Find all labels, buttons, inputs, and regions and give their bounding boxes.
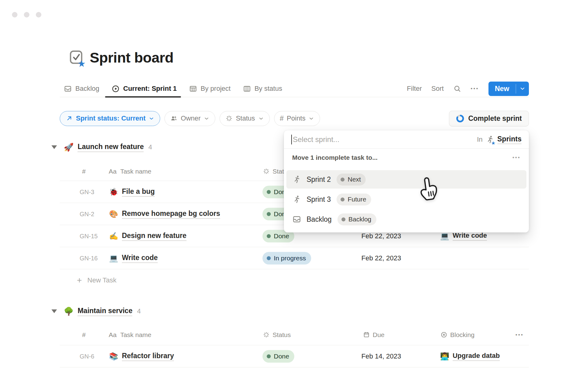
group-emoji: 🌳 (64, 307, 74, 316)
more-button[interactable]: ••• (471, 86, 479, 92)
status-dot-icon (341, 197, 345, 201)
option-sprint-3[interactable]: Sprint 3 Future (286, 190, 526, 209)
column-options-button[interactable]: ••• (515, 332, 524, 338)
complete-sprint-button[interactable]: Complete sprint (449, 111, 529, 126)
task-emoji: ✍️ (109, 232, 118, 240)
sprint-status-badge: Future (337, 194, 371, 205)
column-header-id[interactable]: # (82, 168, 86, 175)
option-sprint-2[interactable]: Sprint 2 Next (286, 170, 526, 189)
text-type-icon: Aa (109, 168, 117, 175)
status-dot-icon (267, 256, 271, 260)
column-header-task-name[interactable]: Aa Task name (109, 168, 151, 175)
text-type-icon: Aa (109, 331, 117, 339)
sprint-options: Sprint 2 Next Sprint 3 Future Backlog Ba… (284, 167, 529, 232)
runner-star-icon: ★ (485, 135, 495, 144)
sprint-status-chip[interactable]: Sprint status: Current (60, 111, 160, 126)
task-name-link[interactable]: 🎨 Remove homepage bg colors (109, 209, 220, 219)
tab-label: Backlog (75, 85, 99, 93)
view-toolbar: Filter Sort ••• New (407, 82, 529, 96)
task-emoji: 🐞 (109, 188, 118, 196)
chip-label: Owner (181, 114, 201, 122)
window-close-button[interactable] (12, 12, 17, 17)
owner-chip[interactable]: Owner (164, 111, 215, 126)
due-date-cell[interactable]: Feb 22, 2023 (361, 232, 401, 240)
sort-button[interactable]: Sort (431, 85, 443, 93)
play-circle-icon (111, 85, 120, 93)
progress-donut-icon (456, 114, 464, 123)
tab-label: Current: Sprint 1 (123, 85, 177, 93)
hash-icon: # (280, 114, 284, 123)
blocking-emoji: 👨‍💻 (440, 352, 449, 361)
status-cell[interactable]: Done (262, 350, 294, 362)
points-chip[interactable]: # Points (274, 111, 320, 126)
column-header-status[interactable]: Status (263, 331, 291, 339)
runner-icon (292, 195, 301, 204)
status-badge: Done (262, 350, 294, 362)
group-header-maintain-service: 🌳 Maintain service 4 (51, 304, 141, 319)
due-date-cell[interactable]: Feb 22, 2023 (361, 254, 401, 262)
column-header-task-name[interactable]: Aa Task name (109, 331, 151, 339)
due-date-cell[interactable]: Feb 14, 2023 (361, 352, 401, 360)
blocking-cell[interactable]: 👨‍💻 Upgrade datab (440, 352, 500, 361)
window-zoom-button[interactable] (36, 12, 41, 17)
page-title[interactable]: Sprint board (90, 49, 173, 66)
tab-by-project[interactable]: By project (189, 80, 231, 97)
checkbox-star-icon: ★ (68, 49, 85, 66)
column-header-blocking[interactable]: Blocking (440, 331, 474, 339)
inbox-icon (292, 215, 301, 224)
chevron-down-icon (204, 116, 209, 121)
tab-backlog[interactable]: Backlog (64, 80, 99, 97)
board-columns-icon (243, 85, 251, 93)
column-header-id[interactable]: # (82, 331, 86, 339)
filter-button[interactable]: Filter (407, 85, 422, 93)
table-row[interactable]: GN-6 📚 Refactor library Done Feb 14, 202… (60, 345, 529, 367)
window-minimize-button[interactable] (24, 12, 29, 17)
burst-icon (225, 115, 233, 122)
status-cell[interactable]: In progress (262, 252, 311, 264)
button-label: Complete sprint (468, 114, 522, 123)
group-name-link[interactable]: Launch new feature (77, 143, 144, 152)
page-header: ★ Sprint board (68, 49, 173, 66)
collapse-toggle-icon[interactable] (51, 145, 57, 149)
column-header-due[interactable]: Due (363, 331, 385, 339)
database-link[interactable]: Sprints (497, 135, 522, 144)
burst-icon (263, 168, 270, 175)
chip-label: Points (287, 114, 305, 122)
sprint-search-input[interactable]: Select sprint... (293, 135, 339, 144)
option-label: Sprint 2 (307, 175, 331, 184)
new-button[interactable]: New (488, 82, 516, 96)
filter-bar: Sprint status: Current Owner Status # Po… (60, 110, 529, 126)
task-name-link[interactable]: 📚 Refactor library (109, 351, 174, 361)
new-task-button[interactable]: + New Task (60, 269, 529, 291)
runner-icon (292, 175, 301, 184)
new-dropdown-button[interactable] (516, 82, 529, 96)
search-icon (453, 85, 461, 93)
table-row[interactable]: GN-16 💻 Write code In progress Feb 22, 2… (60, 247, 529, 269)
tab-current-sprint[interactable]: Current: Sprint 1 (111, 80, 177, 97)
collapse-toggle-icon[interactable] (51, 309, 57, 313)
tab-by-status[interactable]: By status (243, 80, 282, 97)
status-dot-icon (341, 178, 345, 182)
text-caret (291, 135, 292, 144)
status-dot-icon (267, 234, 271, 238)
task-emoji: 📚 (109, 352, 118, 361)
sprint-search-row[interactable]: Select sprint... In ★ Sprints (284, 130, 529, 149)
option-backlog[interactable]: Backlog Backlog (286, 210, 526, 228)
chip-label: Sprint status: Current (76, 114, 145, 122)
window-controls[interactable] (12, 12, 41, 17)
search-button[interactable] (453, 85, 461, 93)
task-emoji: 💻 (109, 254, 118, 263)
section-more-button[interactable]: ••• (512, 155, 521, 161)
status-dot-icon (267, 212, 271, 216)
group-count: 4 (137, 307, 141, 315)
task-name-link[interactable]: 💻 Write code (109, 253, 158, 263)
row-id: GN-16 (80, 255, 98, 262)
view-tabbar: Backlog Current: Sprint 1 By project By … (60, 80, 529, 97)
task-name-link[interactable]: 🐞 File a bug (109, 187, 155, 197)
group-name-link[interactable]: Maintain service (77, 307, 132, 316)
star-icon: ★ (77, 59, 86, 68)
blocking-cell[interactable]: 💻 Write code (440, 232, 487, 241)
task-name-link[interactable]: ✍️ Design new feature (109, 231, 187, 241)
new-split-button[interactable]: New (488, 82, 529, 96)
status-chip[interactable]: Status (220, 111, 270, 126)
